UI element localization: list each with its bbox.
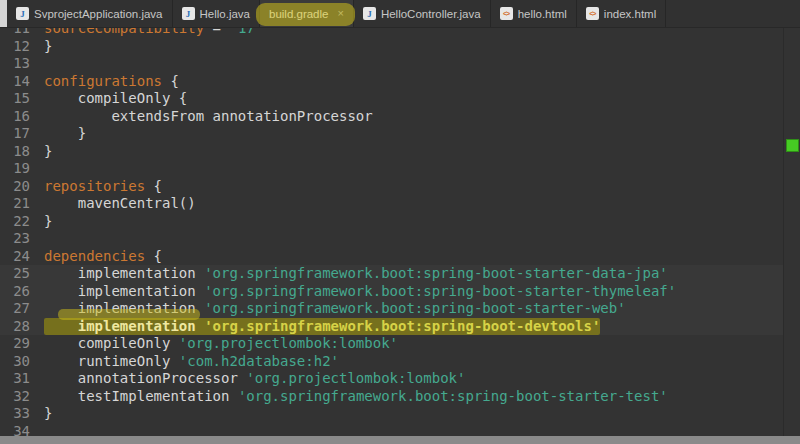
- token-string: 'org.projectlombok:lombok': [179, 335, 398, 351]
- token-plain: {: [145, 248, 162, 264]
- code-line[interactable]: 20repositories {: [0, 178, 800, 196]
- token-plain: }: [44, 405, 52, 421]
- token-plain: {: [145, 178, 162, 194]
- code-text: testImplementation 'org.springframework.…: [44, 388, 668, 406]
- token-plain: implementation: [44, 283, 204, 299]
- overview-ruler[interactable]: [783, 28, 800, 436]
- tab-label: index.html: [604, 8, 656, 20]
- code-line[interactable]: 23: [0, 230, 800, 248]
- tab-svprojectapplication-java[interactable]: JSvprojectApplication.java: [7, 0, 173, 27]
- token-string: 'org.springframework.boot:spring-boot-st…: [204, 283, 676, 299]
- code-line[interactable]: 22}: [0, 213, 800, 231]
- line-number: 25: [0, 265, 30, 283]
- tab-index-html[interactable]: <>index.html: [577, 0, 666, 27]
- html-file-icon: <>: [500, 7, 513, 20]
- line-number: 18: [0, 143, 30, 161]
- token-keyword: sourceCompatibility: [44, 28, 204, 36]
- code-line[interactable]: 18}: [0, 143, 800, 161]
- code-area: 11sourceCompatibility = '17'12}1314confi…: [0, 28, 800, 436]
- tab-hellocontroller-java[interactable]: JHelloController.java: [354, 0, 491, 27]
- line-number: 34: [0, 423, 30, 437]
- code-text: }: [44, 405, 52, 423]
- line-number: 11: [0, 28, 30, 38]
- token-plain: runtimeOnly: [44, 353, 179, 369]
- code-text: implementation 'org.springframework.boot…: [44, 265, 668, 283]
- code-line[interactable]: 27 implementation 'org.springframework.b…: [0, 300, 800, 318]
- line-number: 28: [0, 318, 30, 336]
- line-number: 30: [0, 353, 30, 371]
- code-text: repositories {: [44, 178, 162, 196]
- line-number: 13: [0, 55, 30, 73]
- code-text: runtimeOnly 'com.h2database:h2': [44, 353, 339, 371]
- token-plain: extendsFrom annotationProcessor: [44, 108, 373, 124]
- token-plain: implementation: [44, 318, 204, 334]
- code-line[interactable]: 25 implementation 'org.springframework.b…: [0, 265, 800, 283]
- line-number: 20: [0, 178, 30, 196]
- code-line[interactable]: 28 implementation 'org.springframework.b…: [0, 318, 800, 336]
- tab-build-gradle[interactable]: build.gradle×: [260, 0, 354, 27]
- code-text: mavenCentral(): [44, 195, 196, 213]
- token-string: 'org.projectlombok:lombok': [246, 370, 465, 386]
- code-text: }: [44, 38, 52, 56]
- token-keyword: dependencies: [44, 248, 145, 264]
- code-line[interactable]: 12}: [0, 38, 800, 56]
- code-line[interactable]: 26 implementation 'org.springframework.b…: [0, 283, 800, 301]
- code-line[interactable]: 31 annotationProcessor 'org.projectlombo…: [0, 370, 800, 388]
- token-plain: mavenCentral(): [44, 195, 196, 211]
- close-icon[interactable]: ×: [337, 8, 343, 19]
- tab-label: HelloController.java: [381, 8, 481, 20]
- line-number: 29: [0, 335, 30, 353]
- token-plain: }: [44, 213, 52, 229]
- code-line[interactable]: 32 testImplementation 'org.springframewo…: [0, 388, 800, 406]
- code-line[interactable]: 17 }: [0, 125, 800, 143]
- code-line[interactable]: 19: [0, 160, 800, 178]
- code-line[interactable]: 33}: [0, 405, 800, 423]
- tab-label: build.gradle: [269, 8, 328, 20]
- line-number: 23: [0, 230, 30, 248]
- code-line[interactable]: 24dependencies {: [0, 248, 800, 266]
- code-line[interactable]: 16 extendsFrom annotationProcessor: [0, 108, 800, 126]
- code-text: }: [44, 143, 52, 161]
- java-file-icon: J: [363, 7, 376, 20]
- line-number: 24: [0, 248, 30, 266]
- line-number: 22: [0, 213, 30, 231]
- code-text: extendsFrom annotationProcessor: [44, 108, 373, 126]
- code-line[interactable]: 34: [0, 423, 800, 437]
- line-number: 14: [0, 73, 30, 91]
- token-string: 'org.springframework.boot:spring-boot-st…: [204, 265, 668, 281]
- html-file-icon: <>: [586, 7, 599, 20]
- line-number: 32: [0, 388, 30, 406]
- tab-hello-java[interactable]: JHello.java: [173, 0, 261, 27]
- code-line[interactable]: 14configurations {: [0, 73, 800, 91]
- token-plain: annotationProcessor: [44, 370, 246, 386]
- bottom-gray-bar: [0, 436, 800, 444]
- code-line[interactable]: 21 mavenCentral(): [0, 195, 800, 213]
- token-keyword: repositories: [44, 178, 145, 194]
- code-line[interactable]: 15 compileOnly {: [0, 90, 800, 108]
- token-keyword: configurations: [44, 73, 162, 89]
- tab-label: Hello.java: [200, 8, 251, 20]
- token-plain: =: [204, 28, 229, 36]
- code-line[interactable]: 13: [0, 55, 800, 73]
- java-file-icon: J: [182, 7, 195, 20]
- code-editor[interactable]: 11sourceCompatibility = '17'12}1314confi…: [0, 28, 800, 436]
- line-number: 33: [0, 405, 30, 423]
- line-number: 27: [0, 300, 30, 318]
- code-line[interactable]: 30 runtimeOnly 'com.h2database:h2': [0, 353, 800, 371]
- token-plain: implementation: [44, 265, 204, 281]
- token-string: 'org.springframework.boot:spring-boot-de…: [204, 318, 600, 334]
- token-string: 'org.springframework.boot:spring-boot-st…: [238, 388, 668, 404]
- line-number: 17: [0, 125, 30, 143]
- code-line[interactable]: 11sourceCompatibility = '17': [0, 28, 800, 38]
- tab-label: hello.html: [518, 8, 567, 20]
- overview-ruler-green-marker: [786, 139, 799, 152]
- tab-hello-html[interactable]: <>hello.html: [491, 0, 577, 27]
- code-text: annotationProcessor 'org.projectlombok:l…: [44, 370, 465, 388]
- code-text: configurations {: [44, 73, 179, 91]
- line-number: 16: [0, 108, 30, 126]
- java-file-icon: J: [16, 7, 29, 20]
- code-text: sourceCompatibility = '17': [44, 28, 263, 38]
- code-line[interactable]: 29 compileOnly 'org.projectlombok:lombok…: [0, 335, 800, 353]
- window-left-edge-highlight: [0, 0, 7, 27]
- tab-label: SvprojectApplication.java: [34, 8, 163, 20]
